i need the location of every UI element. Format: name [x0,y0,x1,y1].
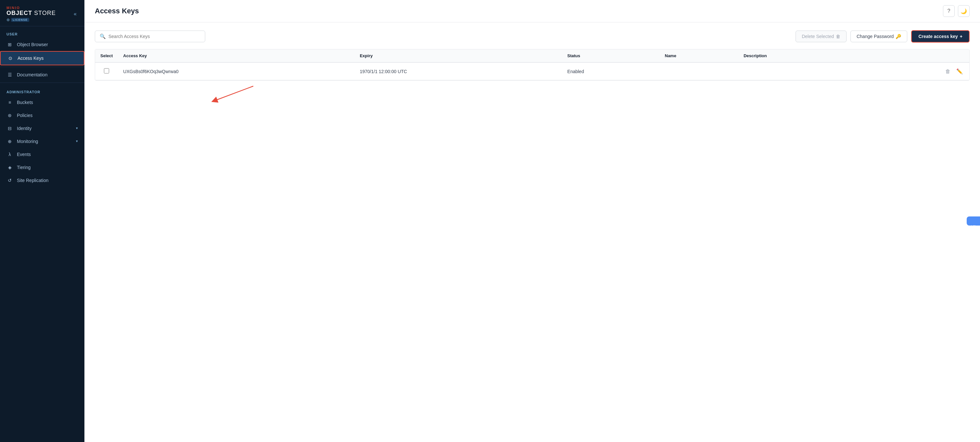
table-body: UXGsBs0f6KOq3wQwrwa0 1970/1/1 12:00:00 U… [95,62,969,80]
sidebar-item-monitoring[interactable]: ⊕ Monitoring ▾ [0,135,84,148]
sidebar-item-buckets[interactable]: ≡ Buckets [0,96,84,109]
logo-text: MINIO OBJECT STORE ⊛ LICENSE [6,6,56,22]
row-description-value [738,62,859,80]
key-icon: 🔑 [896,34,901,39]
col-select: Select [95,49,118,62]
header-actions: ? 🌙 [943,5,970,17]
identity-icon: ⊟ [6,125,13,132]
sidebar-item-tiering[interactable]: ◈ Tiering [0,161,84,174]
buckets-icon: ≡ [6,99,13,105]
delete-label: Delete Selected [802,34,834,39]
policies-icon: ⊛ [6,112,13,119]
access-keys-table: Select Access Key Expiry Status Name [95,49,969,80]
sidebar-item-label: Tiering [17,165,30,170]
identity-chevron-icon: ▾ [76,126,78,130]
theme-toggle-button[interactable]: 🌙 [958,5,970,17]
plus-icon: + [960,34,963,39]
search-icon: 🔍 [100,34,106,39]
delete-selected-button[interactable]: Delete Selected 🗑 [795,30,846,42]
sidebar: MINIO OBJECT STORE ⊛ LICENSE « User ⊞ Ob… [0,0,84,442]
object-browser-icon: ⊞ [6,41,13,48]
sidebar-item-label: Policies [17,113,32,118]
sidebar-divider-2 [0,83,84,83]
row-status-value: Enabled [562,62,660,80]
delete-icon: 🗑 [836,34,840,39]
sidebar-item-site-replication[interactable]: ↺ Site Replication [0,174,84,187]
row-edit-button[interactable]: ✏️ [955,67,964,76]
monitoring-chevron-icon: ▾ [76,139,78,143]
table-header: Select Access Key Expiry Status Name [95,49,969,62]
toolbar: 🔍 Delete Selected 🗑 Change Password 🔑 Cr… [95,30,970,43]
row-action-icons: 🗑 ✏️ [865,67,964,76]
license-badge: LICENSE [11,18,29,22]
row-access-key-value: UXGsBs0f6KOq3wQwrwa0 [118,62,355,80]
sidebar-collapse-button[interactable]: « [72,10,78,18]
col-expiry: Expiry [355,49,562,62]
translate-fab-button[interactable]: 译 [967,217,980,225]
main-content: Access Keys ? 🌙 🔍 Delete Selected 🗑 Chan… [84,0,980,442]
page-header: Access Keys ? 🌙 [84,0,980,22]
sidebar-item-access-keys[interactable]: ⊙ Access Keys [0,51,84,65]
sidebar-item-label: Object Browser [17,42,48,47]
access-keys-table-container: Select Access Key Expiry Status Name [95,49,970,81]
events-icon: λ [6,151,13,158]
svg-line-0 [214,86,253,101]
row-checkbox-cell[interactable] [95,62,118,80]
change-password-button[interactable]: Change Password 🔑 [850,30,907,42]
search-box[interactable]: 🔍 [95,30,205,42]
monitoring-icon: ⊕ [6,138,13,145]
sidebar-section-user: User [0,26,84,38]
access-keys-icon: ⊙ [7,55,14,61]
sidebar-item-identity[interactable]: ⊟ Identity ▾ [0,122,84,135]
col-actions [859,49,969,62]
sidebar-item-label: Access Keys [18,56,43,61]
col-status: Status [562,49,660,62]
table-row: UXGsBs0f6KOq3wQwrwa0 1970/1/1 12:00:00 U… [95,62,969,80]
tiering-icon: ◈ [6,164,13,171]
row-delete-button[interactable]: 🗑 [944,67,952,76]
annotation-arrow [84,22,980,442]
page-title: Access Keys [95,7,139,15]
create-access-key-button[interactable]: Create access key + [911,30,970,43]
create-label: Create access key [918,34,958,39]
sidebar-section-administrator: Administrator [0,84,84,96]
col-name: Name [660,49,738,62]
sidebar-item-label: Events [17,152,31,157]
sidebar-item-label: Buckets [17,100,33,105]
sidebar-item-label: Monitoring [17,139,38,144]
row-actions-cell: 🗑 ✏️ [859,62,969,80]
documentation-icon: ☰ [6,72,13,78]
col-description: Description [738,49,859,62]
col-access-key: Access Key [118,49,355,62]
sidebar-item-label: Documentation [17,72,48,77]
sidebar-item-events[interactable]: λ Events [0,148,84,161]
content-area: 🔍 Delete Selected 🗑 Change Password 🔑 Cr… [84,22,980,442]
logo-title: OBJECT STORE [6,10,56,17]
search-input[interactable] [108,34,200,39]
site-replication-icon: ↺ [6,177,13,184]
sidebar-item-object-browser[interactable]: ⊞ Object Browser [0,38,84,51]
row-expiry-value: 1970/1/1 12:00:00 UTC [355,62,562,80]
logo-brand: MINIO [6,6,56,10]
help-button[interactable]: ? [943,5,955,17]
logo-license: ⊛ LICENSE [6,18,56,22]
sidebar-logo: MINIO OBJECT STORE ⊛ LICENSE « [0,0,84,26]
sidebar-divider-1 [0,67,84,67]
row-name-value [660,62,738,80]
sidebar-item-documentation[interactable]: ☰ Documentation [0,68,84,81]
row-checkbox[interactable] [104,68,109,73]
sidebar-item-label: Identity [17,126,32,131]
change-password-label: Change Password [857,34,894,39]
sidebar-item-policies[interactable]: ⊛ Policies [0,109,84,122]
sidebar-item-label: Site Replication [17,178,48,183]
